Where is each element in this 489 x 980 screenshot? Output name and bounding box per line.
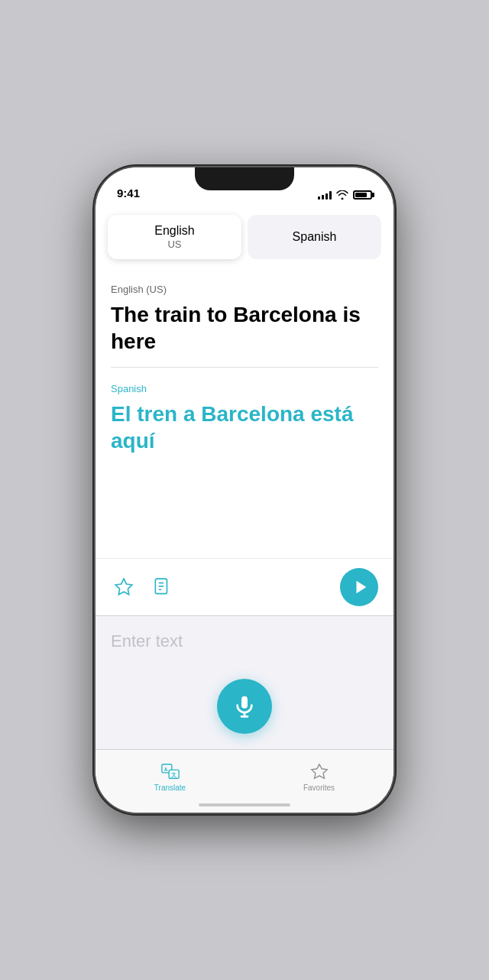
svg-marker-5 bbox=[356, 581, 366, 594]
favorites-tab-icon bbox=[309, 761, 329, 781]
source-language-name: English bbox=[115, 224, 234, 238]
svg-marker-0 bbox=[115, 579, 132, 595]
home-indicator bbox=[199, 803, 290, 806]
phrasebook-button[interactable] bbox=[149, 574, 175, 600]
tab-translate[interactable]: A 文 Translate bbox=[96, 750, 244, 797]
notch bbox=[195, 167, 294, 190]
translate-icon: A 文 bbox=[160, 761, 180, 781]
target-text: El tren a Barcelona está aquí bbox=[111, 401, 378, 454]
text-input-placeholder[interactable]: Enter text bbox=[111, 631, 378, 651]
svg-rect-6 bbox=[241, 696, 248, 709]
target-language-button[interactable]: Spanish bbox=[248, 215, 381, 259]
status-icons bbox=[318, 190, 372, 200]
target-language-name: Spanish bbox=[255, 230, 374, 244]
source-lang-label: English (US) bbox=[111, 284, 378, 295]
mic-area bbox=[96, 660, 393, 749]
translation-area: English (US) The train to Barcelona is h… bbox=[96, 268, 393, 615]
language-selector: English US Spanish bbox=[96, 206, 393, 268]
battery-icon bbox=[353, 190, 372, 200]
svg-text:A: A bbox=[164, 767, 167, 772]
play-button[interactable] bbox=[340, 568, 378, 606]
tab-favorites[interactable]: Favorites bbox=[244, 750, 393, 797]
phone-screen: 9:41 English bbox=[96, 167, 393, 813]
source-language-sub: US bbox=[115, 239, 234, 250]
microphone-button[interactable] bbox=[217, 679, 272, 734]
wifi-icon bbox=[336, 190, 348, 200]
phone-frame: 9:41 English bbox=[96, 167, 393, 813]
status-time: 9:41 bbox=[117, 187, 140, 200]
tab-favorites-label: Favorites bbox=[303, 784, 335, 792]
input-section: Enter text bbox=[96, 615, 393, 660]
target-lang-label: Spanish bbox=[111, 383, 378, 394]
svg-marker-13 bbox=[311, 764, 326, 779]
tab-translate-label: Translate bbox=[154, 784, 186, 792]
svg-text:文: 文 bbox=[171, 771, 176, 777]
microphone-icon bbox=[232, 694, 257, 719]
signal-icon bbox=[318, 190, 332, 200]
favorite-button[interactable] bbox=[111, 574, 137, 600]
source-language-button[interactable]: English US bbox=[108, 215, 241, 259]
source-text: The train to Barcelona is here bbox=[111, 301, 378, 355]
action-bar bbox=[96, 558, 393, 615]
source-section: English (US) The train to Barcelona is h… bbox=[96, 268, 393, 367]
target-section: Spanish El tren a Barcelona está aquí bbox=[96, 368, 393, 466]
